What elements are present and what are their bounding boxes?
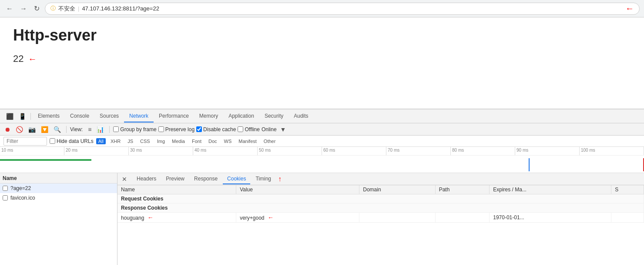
request-list: Name ?age=22 favicon.ico <box>0 173 117 265</box>
search-icon[interactable]: 🔍 <box>52 125 63 134</box>
request-cookies-label: Request Cookies <box>117 194 644 204</box>
camera-button[interactable]: 📷 <box>27 125 37 134</box>
forward-button[interactable]: → <box>18 4 29 14</box>
group-by-frame-group: Group by frame <box>113 126 156 132</box>
tick-100: 100 ms <box>580 147 644 155</box>
request-name-2: favicon.ico <box>10 195 35 201</box>
tick-70: 70 ms <box>386 147 451 155</box>
devtools-panel: ⬛ 📱 Elements Console Sources Network Per… <box>0 109 644 265</box>
online-label: Online <box>262 126 277 132</box>
filter-type-xhr[interactable]: XHR <box>108 138 123 144</box>
request-checkbox-2[interactable] <box>3 195 8 200</box>
online-dropdown[interactable]: ▼ <box>278 125 288 134</box>
hide-data-urls-checkbox[interactable] <box>50 138 55 144</box>
stop-button[interactable]: 🚫 <box>14 125 25 134</box>
col-expires: Expires / Ma... <box>490 185 611 194</box>
browser-chrome: ← → ↻ ⓘ 不安全 | 47.107.146.132:8811/?age=2… <box>0 0 644 17</box>
record-button[interactable]: ⏺ <box>3 125 12 134</box>
security-label: 不安全 <box>58 5 75 13</box>
value-arrow: ← <box>28 54 37 64</box>
filter-type-manifest[interactable]: Manifest <box>236 138 259 144</box>
filter-type-doc[interactable]: Doc <box>206 138 219 144</box>
tab-network[interactable]: Network <box>124 110 154 122</box>
tick-30: 30 ms <box>129 147 193 155</box>
col-path: Path <box>435 185 490 194</box>
name-column-header: Name <box>3 175 17 181</box>
group-by-frame-checkbox[interactable] <box>113 126 119 132</box>
detail-tab-cookies[interactable]: Cookies <box>223 174 250 184</box>
request-cookies-header: Request Cookies <box>117 194 644 204</box>
devtools-responsive-icon[interactable]: 📱 <box>16 111 29 122</box>
filter-type-js[interactable]: JS <box>125 138 135 144</box>
devtools-inspect-icon[interactable]: ⬛ <box>3 111 16 122</box>
cookie-row[interactable]: houguang ← very+good ← 1970-01-01... <box>117 213 644 223</box>
timeline-ruler: 10 ms 20 ms 30 ms 40 ms 50 ms 60 ms 70 m… <box>0 147 644 156</box>
tick-90: 90 ms <box>515 147 580 155</box>
filter-bar: Hide data URLs All XHR JS CSS Img Media … <box>0 136 644 147</box>
tab-audits[interactable]: Audits <box>288 110 313 122</box>
cookie-s <box>611 213 644 223</box>
request-row[interactable]: favicon.ico <box>0 193 117 203</box>
request-row[interactable]: ?age=22 <box>0 183 117 193</box>
back-button[interactable]: ← <box>4 4 15 14</box>
filter-type-img[interactable]: Img <box>155 138 167 144</box>
timeline-area: 10 ms 20 ms 30 ms 40 ms 50 ms 60 ms 70 m… <box>0 147 644 173</box>
filter-type-ws[interactable]: WS <box>222 138 234 144</box>
tick-10: 10 ms <box>0 147 64 155</box>
tab-elements[interactable]: Elements <box>33 110 65 122</box>
tab-security[interactable]: Security <box>259 110 288 122</box>
reload-button[interactable]: ↻ <box>32 3 41 14</box>
filter-type-css[interactable]: CSS <box>138 138 152 144</box>
tick-50: 50 ms <box>258 147 322 155</box>
view-label: View: <box>70 126 83 132</box>
tab-divider <box>30 113 31 120</box>
tick-20: 20 ms <box>64 147 129 155</box>
filter-type-other[interactable]: Other <box>262 138 278 144</box>
request-checkbox-1[interactable] <box>3 186 8 191</box>
detail-close-button[interactable]: ✕ <box>120 175 129 183</box>
cookie-value: very+good ← <box>236 213 359 223</box>
toolbar-separator-2 <box>109 126 110 133</box>
detail-panel: ✕ Headers Preview Response Cookies Timin… <box>117 173 644 265</box>
age-value: 22 <box>13 53 23 65</box>
tick-40: 40 ms <box>193 147 258 155</box>
page-content: Http-server 22 ← <box>0 17 644 109</box>
preserve-log-label: Preserve log <box>165 126 195 132</box>
group-by-frame-label: Group by frame <box>120 126 156 132</box>
filter-icon[interactable]: 🔽 <box>39 125 50 134</box>
cookie-path <box>435 213 490 223</box>
preserve-log-checkbox[interactable] <box>158 126 164 132</box>
offline-group: Offline <box>238 126 259 132</box>
address-bar[interactable]: ⓘ 不安全 | 47.107.146.132:8811/?age=22 ← <box>45 3 640 15</box>
disable-cache-checkbox[interactable] <box>196 126 202 132</box>
cookies-arrow: ↑ <box>278 175 282 183</box>
tab-console[interactable]: Console <box>65 110 94 122</box>
filter-type-font[interactable]: Font <box>190 138 204 144</box>
cookies-table: Name Value Domain Path Expires / Ma... S… <box>117 185 644 265</box>
filter-input[interactable] <box>3 137 47 146</box>
tab-application[interactable]: Application <box>223 110 259 122</box>
toolbar-separator <box>66 126 67 133</box>
cookie-name: houguang ← <box>117 213 236 223</box>
houguang-arrow: ← <box>148 214 154 221</box>
detail-tab-response[interactable]: Response <box>190 174 222 184</box>
tab-performance[interactable]: Performance <box>154 110 194 122</box>
detail-tab-bar: ✕ Headers Preview Response Cookies Timin… <box>117 173 644 185</box>
tab-sources[interactable]: Sources <box>94 110 124 122</box>
timeline-bar-blue <box>529 158 530 171</box>
main-area: Name ?age=22 favicon.ico ✕ Headers Previ… <box>0 173 644 265</box>
tab-memory[interactable]: Memory <box>194 110 223 122</box>
view-list-icon[interactable]: ≡ <box>86 125 93 134</box>
col-value: Value <box>236 185 359 194</box>
detail-tab-headers[interactable]: Headers <box>132 174 161 184</box>
detail-tab-timing[interactable]: Timing <box>251 174 275 184</box>
filter-type-media[interactable]: Media <box>170 138 187 144</box>
detail-tab-preview[interactable]: Preview <box>161 174 189 184</box>
request-name-1: ?age=22 <box>10 185 31 191</box>
filter-type-all[interactable]: All <box>96 138 106 144</box>
preserve-log-group: Preserve log <box>158 126 195 132</box>
view-waterfall-icon[interactable]: 📊 <box>95 125 106 134</box>
cookie-domain <box>359 213 435 223</box>
offline-checkbox[interactable] <box>238 126 243 132</box>
value-arrow: ← <box>268 214 274 221</box>
